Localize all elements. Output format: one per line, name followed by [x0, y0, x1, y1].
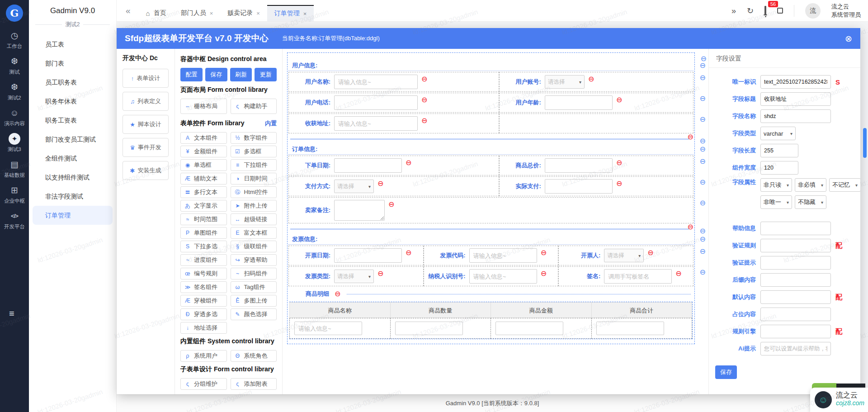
section-row-order[interactable]: 订单信息: ⊖	[288, 143, 693, 155]
design-action-button[interactable]: 保存	[205, 68, 227, 81]
page-tab[interactable]: 贩卖记录 ×	[220, 5, 267, 21]
field-prop-select[interactable]: 非必填 ▾	[795, 178, 826, 192]
form-component-button[interactable]: Æ 辅助文本	[180, 173, 227, 185]
form-component-button[interactable]: ◉ 单选框	[180, 159, 227, 171]
row-collapse-icon[interactable]: ⊖	[700, 227, 706, 235]
form-component-button[interactable]: Ⓖ Html控件	[231, 186, 277, 198]
field-prop-select[interactable]: 不记忆 ▾	[829, 178, 860, 192]
configure-link[interactable]: 配	[835, 293, 842, 302]
tab-close-icon[interactable]: ×	[256, 10, 260, 17]
design-action-button[interactable]: 配置	[180, 68, 203, 81]
field-cell-tax-id[interactable]: 纳税人识别号: ⊖	[424, 266, 559, 286]
sidebar-menu-item[interactable]: 全组件测试	[29, 149, 116, 168]
sidebar-menu-item[interactable]: 职务工资表	[29, 111, 116, 130]
form-component-button[interactable]: ↔ 超级链接	[231, 213, 277, 225]
tab-close-icon[interactable]: ×	[210, 10, 213, 17]
field-cell-order-date[interactable]: 下单日期: ⊖	[288, 156, 499, 175]
rail-nav-item[interactable]: </> 开发平台	[0, 210, 29, 230]
invoice-issuer-select[interactable]: 请选择 ▾	[604, 249, 644, 262]
form-component-button[interactable]: あ 文字显示	[180, 200, 227, 212]
product-name-input[interactable]	[294, 322, 362, 335]
rail-nav-item[interactable]: ❆ 测试2	[0, 81, 29, 101]
customer-service-widget[interactable]: ☺ 流之云 cojz8.com	[810, 388, 868, 412]
remove-field-icon[interactable]: ⊖	[647, 249, 653, 256]
subtable-cell-total[interactable]	[591, 318, 693, 339]
rail-nav-item[interactable]: ✦ 测试3	[0, 133, 29, 153]
field-cell-user-name[interactable]: 用户名称: ⊖	[288, 72, 499, 92]
row-collapse-icon[interactable]: ⊖	[700, 95, 706, 102]
field-cell-user-phone[interactable]: 用户电话: ⊖	[288, 93, 499, 113]
rule-engine-input[interactable]	[760, 325, 831, 338]
signature-input[interactable]	[604, 269, 672, 284]
dev-center-button[interactable]: ♫ 列表定义	[123, 92, 169, 111]
row-collapse-icon[interactable]: ⊖	[700, 179, 706, 186]
field-cell-actual-pay[interactable]: 实际支付: ⊖	[499, 176, 693, 196]
form-component-button[interactable]: œ 编号规则	[180, 268, 227, 279]
subform-component-button[interactable]: ς 分组维护	[180, 378, 227, 390]
field-cell-user-age[interactable]: 用户年龄: ⊖	[499, 93, 693, 113]
rail-nav-item[interactable]: ⊞ 企业中枢	[0, 185, 29, 204]
remove-field-icon[interactable]: ⊖	[406, 159, 411, 166]
configure-link[interactable]: 配	[835, 327, 842, 336]
builtin-link[interactable]: 内置	[265, 119, 277, 128]
remove-field-icon[interactable]: ⊖	[421, 96, 427, 104]
remove-field-icon[interactable]: ⊖	[588, 76, 594, 83]
subtable-cell-amount[interactable]	[491, 318, 592, 339]
form-component-button[interactable]: ω Tag组件	[231, 281, 277, 293]
designer-close-icon[interactable]: ⊗	[845, 33, 852, 44]
save-field-button[interactable]: 保存	[715, 365, 737, 379]
user-avatar[interactable]: 流	[805, 3, 821, 19]
form-component-button[interactable]: P 单图组件	[180, 227, 227, 239]
form-component-button[interactable]: Ê 多图上传	[231, 295, 277, 307]
form-component-button[interactable]: A 文本组件	[180, 132, 227, 144]
user-account-select[interactable]: 请选择 ▾	[545, 75, 585, 89]
remove-field-icon[interactable]: ⊖	[406, 249, 411, 256]
remove-divider-icon[interactable]: ⊖	[688, 223, 693, 231]
layout-component-button[interactable]: ⇔ 栅格布局	[180, 99, 227, 114]
form-component-button[interactable]: ✎ 颜色选择	[231, 308, 277, 320]
row-collapse-icon[interactable]: ⊖	[700, 269, 706, 276]
form-component-button[interactable]: 〓 多行文本	[180, 186, 227, 198]
row-collapse-icon[interactable]: ⊖	[700, 74, 706, 81]
sidebar-menu-item[interactable]: 员工表	[29, 35, 116, 54]
form-component-button[interactable]: ≫ 签名组件	[180, 281, 227, 293]
remove-field-icon[interactable]: ⊖	[388, 201, 394, 208]
refresh-icon[interactable]: ↻	[747, 7, 754, 15]
field-cell-invoice-code[interactable]: 发票代码: ⊖	[424, 246, 559, 265]
product-amount-input[interactable]	[495, 322, 563, 335]
empty-cell[interactable]	[499, 114, 693, 133]
form-component-button[interactable]: § 级联组件	[231, 241, 277, 252]
system-component-button[interactable]: ρ 系统用户	[180, 350, 227, 362]
tab-close-icon[interactable]: ×	[303, 10, 307, 17]
remove-field-icon[interactable]: ⊖	[541, 249, 547, 256]
page-tab[interactable]: 订单管理 ×	[267, 5, 314, 21]
field-name-input[interactable]	[760, 109, 831, 123]
order-total-input[interactable]	[545, 158, 613, 173]
ai-hint-input[interactable]	[760, 342, 831, 355]
remove-field-icon[interactable]: ⊖	[616, 159, 622, 166]
seller-remark-textarea[interactable]	[334, 200, 385, 221]
rail-nav-item[interactable]: ◷ 工作台	[0, 30, 29, 50]
user-age-input[interactable]	[545, 95, 613, 110]
subtable-cell-product-name[interactable]	[289, 318, 391, 339]
remove-divider-icon[interactable]: ⊖	[688, 133, 693, 141]
section-row-user[interactable]: 用户信息: ⊖	[288, 60, 693, 71]
vertical-scrollbar-thumb[interactable]	[863, 128, 867, 158]
remove-subtable-icon[interactable]: ⊖	[335, 290, 340, 298]
form-component-button[interactable]: Đ 穿透多选	[180, 308, 227, 320]
subform-component-button[interactable]: ς 添加附表	[231, 378, 277, 390]
form-component-button[interactable]: ↓ 地址选择	[180, 322, 227, 334]
form-component-button[interactable]: ≈ 时间范围	[180, 213, 227, 225]
invoice-date-input[interactable]	[334, 248, 402, 263]
field-cell-order-total[interactable]: 商品总价: ⊖	[499, 156, 693, 175]
payment-method-select[interactable]: 请选择 ▾	[334, 180, 374, 193]
dev-center-button[interactable]: ✱ 安装生成	[123, 161, 169, 180]
form-component-button[interactable]: E 富文本框	[231, 227, 277, 239]
notifications-button[interactable]: 56	[764, 7, 766, 15]
layout-component-button[interactable]: ς 构建助手	[231, 99, 277, 114]
suffix-content-input[interactable]	[760, 273, 831, 287]
order-date-input[interactable]	[334, 158, 402, 173]
default-content-input[interactable]	[760, 290, 831, 304]
field-prop-select[interactable]: 非只读 ▾	[760, 178, 792, 192]
form-component-button[interactable]: Æ 穿梭组件	[180, 295, 227, 307]
